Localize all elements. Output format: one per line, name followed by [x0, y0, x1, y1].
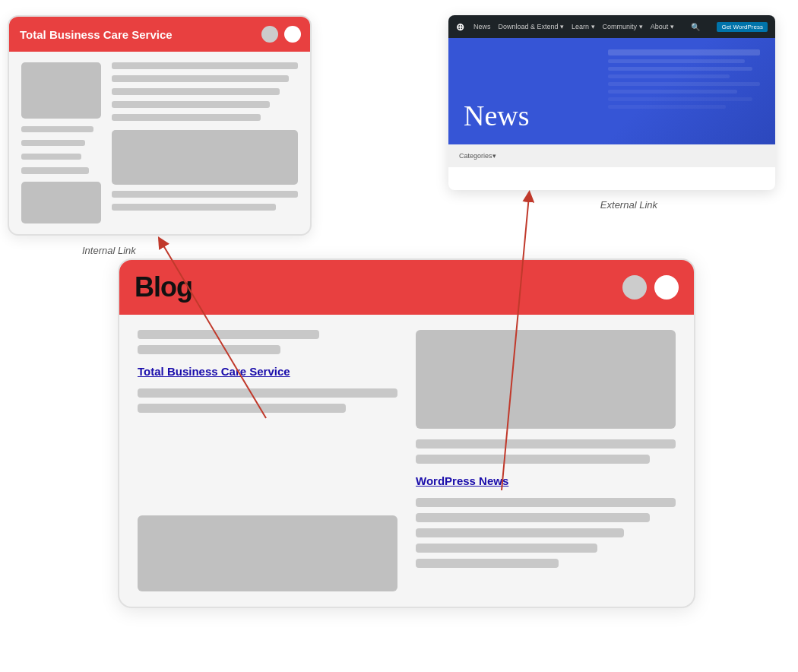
wp-nav-download[interactable]: Download & Extend ▾	[499, 23, 565, 30]
wp-categories-label: Categories	[459, 152, 492, 160]
internal-link-label: Internal Link	[82, 245, 136, 256]
blog-right-bar-4	[416, 513, 650, 522]
wp-nav-about[interactable]: About ▾	[651, 23, 674, 30]
internal-minimize-button[interactable]	[261, 26, 278, 43]
wp-logo-icon: ⊕	[456, 21, 464, 33]
internal-link-text[interactable]: Total Business Care Service	[138, 365, 397, 378]
internal-titlebar: Total Business Care Service	[9, 17, 310, 52]
wp-nav-items: News Download & Extend ▾ Learn ▾ Communi…	[473, 23, 674, 30]
internal-window-controls	[261, 26, 301, 43]
internal-maximize-button[interactable]	[284, 26, 301, 43]
svg-rect-2	[608, 67, 752, 71]
blog-left-bars-top	[138, 330, 397, 354]
wp-search-icon[interactable]: 🔍	[691, 23, 700, 31]
internal-page-title: Total Business Care Service	[20, 28, 173, 41]
blog-right-bar-7	[416, 559, 559, 568]
internal-left-col	[21, 62, 101, 223]
internal-image-bottom	[21, 182, 101, 223]
blog-left-bars-mid	[138, 388, 397, 413]
internal-bar-3	[21, 154, 81, 160]
blog-minimize-button[interactable]	[622, 275, 647, 300]
wp-categories-bar[interactable]: Categories ▾	[448, 144, 775, 167]
blog-right-bar-3	[416, 498, 676, 507]
wp-nav-news[interactable]: News	[473, 23, 491, 30]
internal-bar-2	[21, 140, 85, 146]
internal-right-col	[112, 62, 298, 223]
internal-bar-1	[21, 126, 93, 132]
blog-right-bar-5	[416, 528, 624, 537]
blog-left-image	[138, 515, 397, 591]
svg-rect-1	[608, 59, 745, 63]
blog-bar-1	[138, 330, 319, 339]
internal-right-bar-2	[112, 75, 289, 82]
blog-window: Blog Total Business Care Service	[118, 258, 695, 608]
blog-titlebar: Blog	[119, 260, 694, 315]
svg-rect-6	[608, 97, 752, 101]
wp-hero-section: News	[448, 38, 775, 144]
blog-right-bar-2	[416, 455, 650, 464]
blog-right-bars-bottom	[416, 498, 676, 568]
svg-rect-7	[608, 105, 726, 109]
svg-rect-5	[608, 90, 737, 94]
blog-title: Blog	[135, 271, 192, 303]
internal-right-bar-6	[112, 191, 298, 198]
blog-right-column: WordPress News	[416, 330, 676, 591]
blog-maximize-button[interactable]	[654, 275, 679, 300]
svg-rect-4	[608, 82, 760, 86]
blog-bar-3	[138, 388, 397, 398]
internal-right-bar-5	[112, 114, 261, 121]
svg-rect-0	[608, 49, 760, 55]
svg-rect-3	[608, 74, 730, 78]
internal-image-top	[21, 62, 101, 119]
blog-right-image-top	[416, 330, 676, 429]
wordpress-news-window: ⊕ News Download & Extend ▾ Learn ▾ Commu…	[448, 15, 775, 190]
wp-hero-illustration	[600, 46, 768, 122]
internal-right-bar-7	[112, 204, 276, 211]
internal-content	[9, 52, 310, 234]
external-link-text[interactable]: WordPress News	[416, 474, 676, 487]
blog-right-bars-mid	[416, 439, 676, 464]
blog-content: Total Business Care Service WordPress Ne…	[119, 315, 694, 607]
blog-bar-2	[138, 345, 280, 354]
wp-nav-learn[interactable]: Learn ▾	[572, 23, 595, 30]
external-link-label: External Link	[600, 199, 657, 211]
wp-nav-community[interactable]: Community ▾	[603, 23, 643, 30]
blog-right-bar-1	[416, 439, 676, 449]
internal-page-window: Total Business Care Service	[8, 15, 312, 236]
blog-left-column: Total Business Care Service	[138, 330, 397, 591]
wp-navbar: ⊕ News Download & Extend ▾ Learn ▾ Commu…	[448, 15, 775, 38]
wp-categories-chevron: ▾	[492, 152, 496, 160]
wp-hero-title: News	[464, 99, 530, 132]
blog-window-controls	[622, 275, 679, 300]
internal-bar-4	[21, 167, 89, 173]
internal-right-bar-1	[112, 62, 298, 69]
blog-right-bar-6	[416, 544, 597, 553]
wp-get-wordpress-button[interactable]: Get WordPress	[717, 22, 768, 32]
blog-bar-4	[138, 404, 346, 413]
internal-right-bar-4	[112, 101, 270, 108]
internal-right-image	[112, 130, 298, 185]
internal-right-bar-3	[112, 88, 280, 95]
